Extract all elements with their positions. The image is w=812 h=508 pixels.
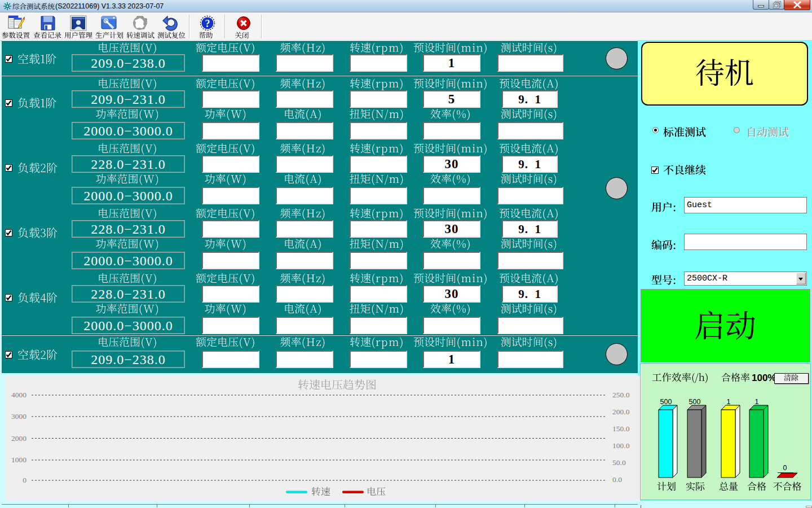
svg-text:?: ? — [205, 18, 210, 29]
